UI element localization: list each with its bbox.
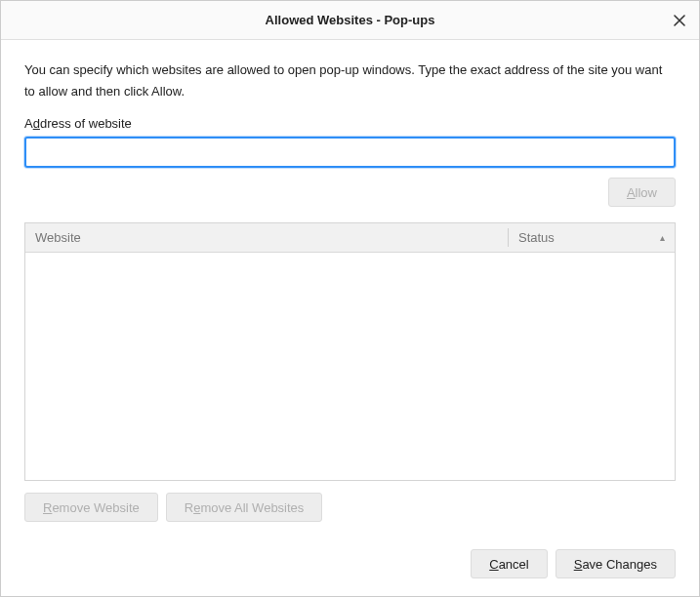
- popup-exceptions-dialog: Allowed Websites - Pop-ups You can speci…: [0, 0, 700, 597]
- close-button[interactable]: [668, 9, 691, 32]
- cancel-button[interactable]: Cancel: [471, 549, 547, 578]
- description-text: You can specify which websites are allow…: [24, 60, 676, 102]
- allow-button[interactable]: Allow: [608, 178, 676, 207]
- table-header: Website Status ▴: [25, 223, 675, 253]
- address-input[interactable]: [24, 137, 676, 168]
- remove-all-websites-button[interactable]: Remove All Websites: [166, 493, 323, 522]
- column-status[interactable]: Status ▴: [509, 223, 675, 252]
- titlebar: Allowed Websites - Pop-ups: [1, 1, 699, 40]
- close-icon: [674, 15, 685, 26]
- table-actions: Remove Website Remove All Websites: [24, 493, 676, 522]
- window-title: Allowed Websites - Pop-ups: [266, 13, 435, 27]
- sort-asc-icon: ▴: [660, 232, 665, 243]
- exceptions-table: Website Status ▴: [24, 222, 676, 481]
- allow-row: Allow: [24, 178, 676, 207]
- table-body: [25, 253, 675, 480]
- remove-website-button[interactable]: Remove Website: [24, 493, 158, 522]
- address-label: Address of website: [24, 116, 676, 131]
- dialog-content: You can specify which websites are allow…: [1, 40, 699, 596]
- dialog-footer: Cancel Save Changes: [24, 549, 676, 578]
- column-website[interactable]: Website: [25, 223, 508, 252]
- save-changes-button[interactable]: Save Changes: [556, 549, 676, 578]
